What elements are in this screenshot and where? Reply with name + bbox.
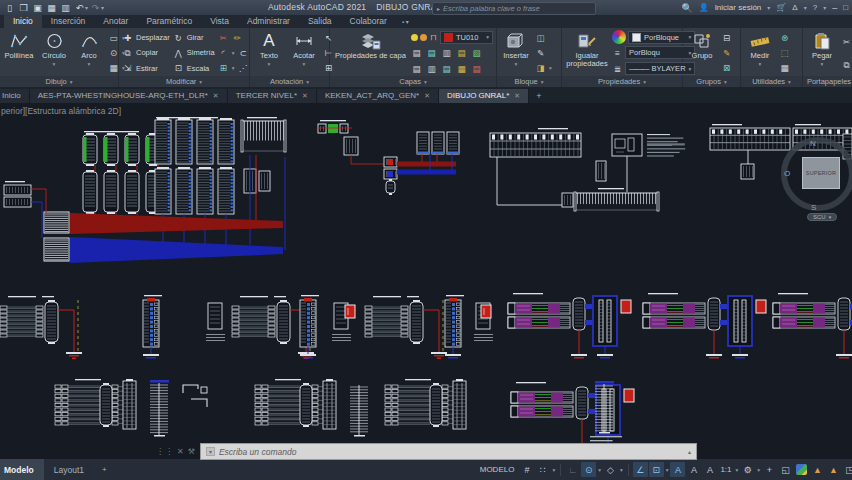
paste-caret-icon[interactable]: ▾ [821, 61, 824, 67]
redo-caret-icon[interactable]: ▾ [101, 4, 104, 11]
layer-freeze-icon[interactable] [420, 34, 427, 41]
snap-caret-icon[interactable]: ▾ [551, 467, 556, 473]
layer-dropdown[interactable]: TU010 ▾ [440, 31, 493, 44]
signin-caret-icon[interactable]: ▾ [767, 4, 770, 11]
autodesk-caret-icon[interactable]: ▾ [804, 4, 807, 11]
isolate-objects-icon[interactable]: ◱ [778, 462, 793, 477]
ribbon-tab-insercion[interactable]: Inserción [42, 15, 95, 28]
layer-prev-icon[interactable]: ▤ [411, 64, 422, 74]
save-icon[interactable]: ▣ [31, 2, 44, 14]
paste-button[interactable]: Pegar ▾ [806, 30, 838, 76]
ellipse-icon[interactable]: ⊙ [108, 48, 119, 58]
new-layout-button[interactable]: + [94, 465, 115, 474]
polyline-button[interactable]: Polilínea [3, 30, 35, 76]
offset-icon[interactable]: ⊂ [237, 48, 248, 58]
command-close-icon[interactable]: ✕ [177, 447, 185, 456]
app-store-icon[interactable]: 🛒 [776, 3, 786, 12]
file-tab-close-icon[interactable]: ✕ [213, 92, 219, 100]
panel-footer-utilidades[interactable]: Utilidades▾ [741, 76, 802, 87]
panel-footer-dibujo[interactable]: Dibujo▾ [0, 76, 118, 87]
file-tab-aes-pta-whestinghouse-arq-eth-dlr[interactable]: AES-PTA-WHESTINGHOUSE-ARQ-ETH_DLR*✕ [30, 89, 228, 103]
layer-match-icon[interactable]: ▧ [471, 48, 482, 58]
select-all-icon[interactable]: ⬚ [779, 48, 790, 58]
command-expand-icon[interactable]: ▴ [688, 448, 691, 455]
panel-footer-portapapeles[interactable]: Portapapeles [803, 76, 852, 87]
layer-off-icon[interactable]: ▤ [411, 48, 422, 58]
clean-screen-icon[interactable]: ◳ [842, 462, 852, 477]
ribbon-display-caret-icon[interactable]: ▪ ▾ [402, 18, 409, 28]
hardware-accel-icon[interactable]: ▲ [810, 462, 825, 477]
circle-caret-icon[interactable]: ▾ [53, 61, 56, 67]
object-snap-caret-icon[interactable]: ▾ [665, 467, 670, 473]
layout-tab-layout1[interactable]: Layout1 [44, 459, 94, 480]
viewcube[interactable]: N O S SUPERIOR SCU▾ [777, 121, 852, 216]
array-icon[interactable]: ⊞ [218, 63, 229, 73]
command-bar-grip[interactable]: ⋮⋮✕⚒ [152, 447, 200, 456]
file-tab-close-icon[interactable]: ✕ [514, 92, 520, 100]
dimension-caret-icon[interactable]: ▾ [303, 61, 306, 67]
mirror-button[interactable]: ⋀Simetría [173, 46, 215, 59]
scale-button[interactable]: ⊡Escala [173, 62, 215, 75]
ungroup-icon[interactable]: ⊟ [721, 33, 732, 43]
file-tab-inicio[interactable]: Inicio [0, 89, 30, 103]
layer-freeze2-icon[interactable]: ▥ [441, 48, 452, 58]
polar-tracking-icon[interactable]: ⊙ [581, 462, 596, 477]
trim-icon[interactable]: ✂ [218, 33, 229, 43]
edit-block-icon[interactable]: ✎ [535, 48, 546, 58]
measure-caret-icon[interactable]: ▾ [759, 61, 762, 67]
group-edit-icon[interactable]: ✎ [721, 48, 732, 58]
scale-label[interactable]: 1:1 [718, 462, 733, 477]
file-tab-close-icon[interactable]: ✕ [424, 92, 430, 100]
autoscale-icon[interactable]: A [686, 462, 701, 477]
fillet-caret-icon[interactable]: ▾ [232, 50, 235, 56]
ribbon-tab-inicio[interactable]: Inicio [4, 15, 42, 28]
viewcube-south-label[interactable]: S [811, 203, 816, 212]
file-tab-keken-act-arq-gen[interactable]: KEKEN_ACT_ARQ_GEN*✕ [317, 89, 439, 103]
autodesk-icon[interactable]: Δ [792, 3, 797, 12]
group-button[interactable]: Grupo [686, 30, 718, 76]
model-space-canvas[interactable]: perior][Estructura alámbrica 2D] N O S S… [0, 103, 852, 459]
help-icon[interactable]: ? [813, 3, 817, 12]
circle-button[interactable]: Círculo ▾ [38, 30, 70, 76]
layer-current-icon[interactable]: ▤ [441, 64, 452, 74]
ucs-selector[interactable]: SCU▾ [807, 213, 837, 221]
array-caret-icon[interactable]: ▾ [232, 65, 235, 71]
measure-button[interactable]: Medir ▾ [744, 30, 776, 76]
match-properties-button[interactable]: Igualar propiedades [565, 30, 609, 76]
command-input[interactable]: ▾ Escriba un comando ▴ [200, 443, 697, 460]
undo-caret-icon[interactable]: ▾ [85, 4, 88, 11]
panel-footer-anotacion[interactable]: Anotación▾ [250, 76, 329, 87]
new-drawing-tab-button[interactable]: + [529, 89, 548, 103]
copy-button[interactable]: ⧉Copiar [122, 46, 170, 59]
help-search-input[interactable]: ▸ Escriba palabra clave o frase [432, 2, 596, 15]
group-select-icon[interactable]: ⊠ [721, 63, 732, 73]
recent-commands-icon[interactable]: ▾ [206, 447, 215, 456]
arc-caret-icon[interactable]: ▾ [88, 61, 91, 67]
rectangle-icon[interactable]: ▭ [108, 33, 119, 43]
rotate-button[interactable]: ↻Girar [173, 31, 215, 44]
hatch-icon[interactable]: ▦ [108, 63, 119, 73]
ribbon-tab-parametrico[interactable]: Paramétrico [137, 15, 201, 28]
file-tab-close-icon[interactable]: ✕ [302, 92, 308, 100]
calculator-icon[interactable]: ▦ [779, 63, 790, 73]
sign-in-button[interactable]: Iniciar sesión [715, 3, 762, 12]
isodraft-icon[interactable]: ◇ [603, 462, 618, 477]
panel-footer-bloque[interactable]: Bloque▾ [497, 76, 561, 87]
create-block-icon[interactable]: ◫ [535, 33, 546, 43]
panel-footer-grupos[interactable]: Grupos▾ [683, 76, 740, 87]
model-space-button[interactable]: MODELO [476, 465, 519, 474]
isodraft-caret-icon[interactable]: ▾ [619, 467, 624, 473]
viewport-controls[interactable]: perior][Estructura alámbrica 2D] [1, 106, 121, 116]
open-file-icon[interactable]: ❒ [17, 2, 30, 14]
layer-walk-icon[interactable]: ▦ [456, 64, 467, 74]
viewcube-west-label[interactable]: O [784, 169, 790, 178]
arc-button[interactable]: Arco ▾ [73, 30, 105, 76]
layer-isolate-icon[interactable]: ▤ [426, 48, 437, 58]
layer-unisolate-icon[interactable]: ▥ [426, 64, 437, 74]
layer-lock-icon[interactable]: ▤ [456, 48, 467, 58]
layout-tab-modelo[interactable]: Modelo [0, 459, 44, 480]
ribbon-tab-vista[interactable]: Vista [201, 15, 238, 28]
quick-select-icon[interactable]: ⊛ [779, 33, 790, 43]
layer-unlock-icon[interactable]: ⊓ [429, 32, 438, 42]
panel-footer-modificar[interactable]: Modificar▾ [119, 76, 249, 87]
